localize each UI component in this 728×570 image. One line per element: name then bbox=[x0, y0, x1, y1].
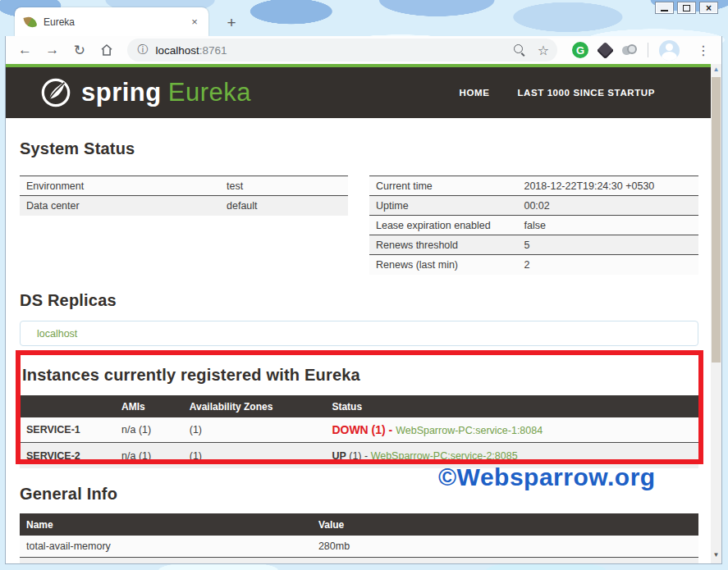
window-controls: × bbox=[655, 2, 718, 14]
nav-link-home[interactable]: HOME bbox=[460, 88, 490, 98]
url-text[interactable]: localhost:8761 bbox=[155, 44, 512, 57]
close-window-button[interactable]: × bbox=[699, 2, 718, 14]
back-button[interactable]: ← bbox=[14, 39, 36, 62]
reload-button[interactable]: ↻ bbox=[68, 39, 90, 62]
row-key: Lease expiration enabled bbox=[369, 220, 524, 231]
home-button[interactable] bbox=[95, 39, 117, 62]
table-row: Renews (last min) 2 bbox=[369, 255, 698, 275]
cell-value: test bbox=[318, 563, 698, 564]
ds-replicas-title: DS Replicas bbox=[20, 291, 698, 310]
tab-title: Eureka bbox=[43, 16, 187, 28]
runtime-table: Current time 2018-12-22T19:24:30 +0530 U… bbox=[369, 176, 698, 275]
row-key: Environment bbox=[20, 180, 227, 192]
cell-application: SERVICE-2 bbox=[20, 450, 121, 462]
spring-leaf-favicon bbox=[23, 15, 37, 29]
row-value: 2 bbox=[524, 259, 698, 271]
system-status-tables: Environment test Data center default Cur… bbox=[20, 176, 698, 275]
brand[interactable]: springEureka bbox=[40, 77, 251, 108]
page-viewport: springEureka HOME LAST 1000 SINCE STARTU… bbox=[6, 64, 721, 563]
cell-application: SERVICE-1 bbox=[20, 424, 121, 435]
cell-name: environment bbox=[20, 563, 318, 564]
col-amis: AMIs bbox=[121, 401, 190, 413]
table-row: Renews threshold 5 bbox=[369, 235, 698, 255]
tab-strip: Eureka × + bbox=[5, 0, 722, 36]
cell-zones: (1) bbox=[190, 424, 332, 435]
instances-table-header: Application AMIs Availability Zones Stat… bbox=[20, 395, 698, 417]
minimize-button[interactable] bbox=[655, 2, 674, 14]
table-row: environment test bbox=[20, 558, 698, 563]
browser-window: ← → ↻ ⓘ localhost:8761 ☆ G ⋮ bbox=[5, 36, 722, 564]
replica-link-localhost[interactable]: localhost bbox=[37, 328, 77, 340]
brand-spring: spring bbox=[81, 78, 162, 107]
row-key: Renews threshold bbox=[369, 239, 524, 251]
restore-icon bbox=[683, 5, 690, 11]
page-content: System Status Environment test Data cent… bbox=[6, 139, 711, 563]
browser-toolbar: ← → ↻ ⓘ localhost:8761 ☆ G ⋮ bbox=[6, 36, 721, 64]
extensions-area: G ⋮ bbox=[572, 40, 713, 61]
spring-logo-icon bbox=[40, 77, 71, 108]
cube-extension-icon[interactable] bbox=[597, 41, 614, 58]
desktop-wallpaper: × Eureka × + ← → ↻ ⓘ localhost:8761 ☆ G bbox=[0, 0, 728, 570]
environment-table: Environment test Data center default bbox=[20, 176, 348, 216]
cell-zones: (1) bbox=[190, 450, 332, 462]
scroll-up-icon[interactable]: ▲ bbox=[711, 66, 721, 73]
nav-link-last-1000[interactable]: LAST 1000 SINCE STARTUP bbox=[517, 88, 655, 98]
grammarly-extension-icon[interactable]: G bbox=[572, 42, 588, 58]
profile-avatar[interactable] bbox=[659, 40, 680, 61]
tab-close-icon[interactable]: × bbox=[187, 15, 202, 30]
browser-tab-eureka[interactable]: Eureka × bbox=[15, 7, 208, 36]
row-value: default bbox=[227, 200, 348, 212]
url-host: localhost bbox=[155, 44, 199, 57]
extension-icon[interactable] bbox=[622, 44, 637, 56]
forward-button[interactable]: → bbox=[41, 39, 63, 62]
col-application: Application bbox=[20, 401, 121, 413]
instances-table: Application AMIs Availability Zones Stat… bbox=[20, 395, 698, 468]
col-value: Value bbox=[318, 519, 698, 531]
table-row: Data center default bbox=[20, 196, 348, 216]
general-info-table: Name Value total-avail-memory 280mb envi… bbox=[20, 513, 698, 563]
page-scrollbar[interactable]: ▲ ▼ bbox=[711, 64, 721, 563]
row-value: 00:02 bbox=[524, 200, 698, 212]
instance-link[interactable]: WebSparrow-PC:service-2:8085 bbox=[371, 450, 518, 462]
minimize-icon bbox=[661, 10, 668, 11]
row-key: Renews (last min) bbox=[369, 259, 524, 271]
eureka-navbar: springEureka HOME LAST 1000 SINCE STARTU… bbox=[6, 67, 711, 118]
scrollbar-thumb[interactable] bbox=[712, 77, 721, 363]
cell-status: UP (1) - WebSparrow-PC:service-2:8085 bbox=[332, 450, 698, 462]
ds-replicas-box: localhost bbox=[20, 321, 698, 346]
scroll-down-icon[interactable]: ▼ bbox=[711, 551, 721, 559]
bookmark-star-icon[interactable]: ☆ bbox=[538, 43, 549, 58]
page-zoom-icon[interactable] bbox=[513, 43, 526, 57]
new-tab-button[interactable]: + bbox=[220, 13, 243, 33]
row-value: 2018-12-22T19:24:30 +0530 bbox=[524, 180, 698, 192]
row-value: false bbox=[524, 220, 698, 231]
eureka-page: springEureka HOME LAST 1000 SINCE STARTU… bbox=[6, 64, 711, 563]
home-icon bbox=[99, 43, 114, 57]
table-row: Uptime 00:02 bbox=[369, 196, 698, 216]
row-key: Data center bbox=[20, 200, 227, 212]
instances-title: Instances currently registered with Eure… bbox=[22, 366, 698, 385]
row-key: Uptime bbox=[369, 200, 524, 212]
table-row: Lease expiration enabled false bbox=[369, 216, 698, 235]
cell-status: DOWN (1) - WebSparrow-PC:service-1:8084 bbox=[332, 423, 698, 436]
address-bar[interactable]: ⓘ localhost:8761 ☆ bbox=[127, 39, 557, 62]
brand-text: springEureka bbox=[81, 78, 251, 107]
table-row: SERVICE-1 n/a (1) (1) DOWN (1) - WebSpar… bbox=[20, 417, 698, 443]
page-info-icon[interactable]: ⓘ bbox=[137, 43, 148, 57]
url-port: :8761 bbox=[199, 44, 227, 57]
nav-links: HOME LAST 1000 SINCE STARTUP bbox=[460, 88, 712, 98]
col-status: Status bbox=[332, 401, 698, 413]
row-key: Current time bbox=[369, 180, 524, 192]
restore-button[interactable] bbox=[677, 2, 696, 14]
col-name: Name bbox=[20, 519, 318, 531]
col-availability-zones: Availability Zones bbox=[190, 401, 332, 413]
status-up-label: UP bbox=[332, 450, 346, 462]
brand-app: Eureka bbox=[168, 78, 251, 107]
status-rest: (1) - bbox=[346, 450, 371, 462]
system-status-title: System Status bbox=[20, 139, 698, 158]
instance-link[interactable]: WebSparrow-PC:service-1:8084 bbox=[396, 425, 543, 436]
cell-value: 280mb bbox=[318, 540, 698, 552]
browser-menu-icon[interactable]: ⋮ bbox=[694, 43, 713, 58]
watermark-text: ©Websparrow.org bbox=[438, 463, 656, 491]
table-row: Environment test bbox=[20, 176, 348, 196]
